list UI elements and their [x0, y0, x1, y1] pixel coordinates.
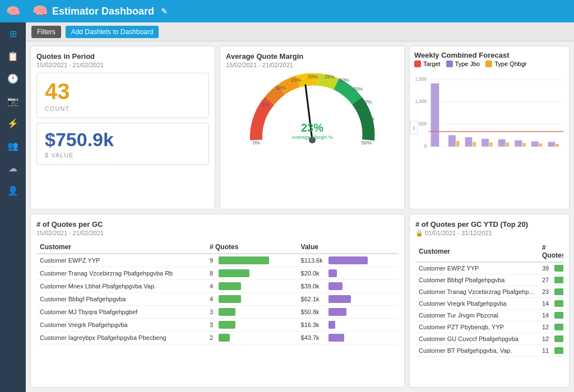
quotes-bar [219, 308, 235, 316]
gc-quotes-cell: 4 [206, 292, 298, 305]
sidebar-item-camera[interactable]: 📷 [0, 90, 26, 112]
gc-quotes-cell: 8 [206, 267, 298, 279]
svg-text:0%: 0% [253, 140, 260, 146]
quotes-ytd-scroll[interactable]: Customer # Quotes Customer EWPZ YYP 39 C… [415, 241, 563, 357]
svg-rect-38 [548, 142, 555, 146]
avg-margin-title: Average Quote Margin [226, 52, 399, 60]
ytd-quotes-cell: 11 [539, 344, 563, 356]
sidebar-item-clock[interactable]: 🕐 [0, 67, 26, 90]
sidebar: 🧠 ⊞ 📋 🕐 📷 ⚡ 👥 ☁ 👤 [0, 0, 26, 392]
gauge-svg: 0% 5% 10% 15% 20% 25% 30% 35% 40% 45% 50… [245, 73, 379, 151]
table-row: Customer Vregrk Pbafgehpgvba 14 [415, 297, 563, 309]
ytd-customer: Customer BT Pbafgehpgvba, Vap. [415, 344, 539, 356]
ytd-bar [554, 335, 563, 342]
ytd-quotes-number: 14 [542, 312, 552, 319]
gc-quotes-cell: 9 [206, 254, 298, 267]
quotes-bar [219, 321, 235, 329]
chart-scroll-left[interactable]: ‹ [410, 121, 418, 134]
svg-rect-28 [465, 137, 473, 147]
col-quotes: # Quotes [206, 241, 298, 254]
quotes-ytd-card: # of Quotes per GC YTD (Top 20) 🔒 01/01/… [409, 214, 570, 388]
svg-text:Average Margin %: Average Margin % [291, 134, 333, 140]
svg-text:35%: 35% [353, 86, 363, 92]
value-bar [328, 308, 346, 316]
quotes-bar [219, 334, 230, 342]
table-row: Customer Tur Jrvgm Pbzcnal 14 [415, 309, 563, 321]
svg-rect-37 [539, 143, 543, 147]
gc-value-cell: $16.3k [298, 318, 399, 331]
quotes-gc-card: # of Quotes per GC 15/02/2021 - 21/02/20… [30, 214, 405, 388]
quotes-number: 4 [210, 283, 216, 290]
ytd-quotes-cell: 14 [539, 309, 563, 321]
value-metric-box: $750.9k $ VALUE [36, 123, 209, 165]
ytd-bar [554, 277, 563, 283]
svg-text:500: 500 [419, 121, 427, 127]
svg-text:20%: 20% [308, 74, 318, 80]
gc-quotes-cell: 3 [206, 318, 298, 331]
table-row: Customer Iagreybpx Pbafgehpgvba Pbecbeng… [36, 331, 399, 344]
gc-customer: Customer EWPZ YYP [36, 254, 206, 267]
quotes-period-card: Quotes in Period 15/02/2021 - 21/02/2021… [30, 46, 215, 209]
sidebar-item-home[interactable]: ⊞ [0, 22, 26, 45]
value-text: $43.7k [301, 334, 326, 341]
sidebar-item-lightning[interactable]: ⚡ [0, 112, 26, 134]
filters-button[interactable]: Filters [31, 26, 61, 38]
ytd-quotes-cell: 23 [539, 286, 563, 297]
sidebar-logo[interactable]: 🧠 [0, 0, 26, 22]
ytd-customer: Customer Bbbgf Pbafgehpgvba [415, 274, 539, 286]
sidebar-item-document[interactable]: 📋 [0, 45, 26, 67]
ytd-bar [554, 288, 563, 295]
quotes-ytd-title: # of Quotes per GC YTD (Top 20) [415, 220, 563, 228]
app-logo-icon: 🧠 [33, 4, 48, 18]
count-metric-box: 43 COUNT [36, 73, 209, 118]
svg-rect-24 [431, 83, 439, 147]
table-row: Customer Bbbgf Pbafgehpgvba 27 [415, 274, 563, 286]
quotes-period-date: 15/02/2021 - 21/02/2021 [36, 62, 209, 68]
value-text: $62.1k [301, 296, 326, 302]
quotes-number: 3 [210, 309, 216, 315]
qhbgr-dot [485, 60, 492, 67]
svg-rect-33 [506, 142, 510, 146]
svg-text:30%: 30% [339, 77, 349, 83]
gc-customer: Customer Bbbgf Pbafgehpgvba [36, 292, 206, 305]
ytd-quotes-number: 39 [542, 265, 552, 272]
add-dashlets-button[interactable]: Add Dashlets to Dashboard [66, 26, 159, 38]
svg-rect-26 [448, 135, 456, 146]
ytd-quotes-number: 12 [542, 335, 552, 342]
quotes-gc-title: # of Quotes per GC [36, 220, 399, 228]
gc-value-cell: $113.6k [298, 254, 399, 267]
sidebar-item-person[interactable]: 👤 [0, 179, 26, 202]
gc-customer: Customer Vregrk Pbafgehpgvba [36, 318, 206, 331]
sidebar-item-cloud[interactable]: ☁ [0, 157, 26, 179]
dashboard: Quotes in Period 15/02/2021 - 21/02/2021… [26, 41, 574, 392]
ytd-bar [554, 312, 563, 319]
table-row: Customer BT Pbafgehpgvba, Vap. 11 [415, 344, 563, 356]
gc-value-cell: $62.1k [298, 292, 399, 305]
svg-text:23%: 23% [301, 122, 323, 134]
gc-quotes-cell: 4 [206, 279, 298, 292]
ytd-quotes-number: 23 [542, 288, 552, 295]
quotes-ytd-table: Customer # Quotes Customer EWPZ YYP 39 C… [415, 241, 563, 357]
ytd-quotes-number: 14 [542, 300, 552, 307]
value-text: $39.0k [301, 283, 326, 290]
legend-jbo: Type Jbo [446, 60, 480, 67]
gc-value-cell: $50.8k [298, 305, 399, 318]
sidebar-item-users[interactable]: 👥 [0, 134, 26, 157]
svg-rect-39 [556, 144, 559, 147]
table-row: Customer Tranag Vzcebirzrag Pbafgehpgvba… [415, 286, 563, 297]
count-label: COUNT [45, 105, 201, 112]
value-text: $113.6k [301, 257, 326, 264]
forecast-legend: Target Type Jbo Type Qhbgr [414, 60, 564, 67]
value-text: $16.3k [301, 321, 326, 328]
gc-quotes-cell: 2 [206, 331, 298, 344]
quotes-gc-scroll[interactable]: Customer # Quotes Value Customer EWPZ YY… [36, 241, 399, 344]
value-bar [328, 269, 337, 277]
gc-customer: Customer Mnex Lbhat Pbafgehpgvba Vap. [36, 279, 206, 292]
table-row: Customer MJ Tbyqra Pbafgehpgbef 3 $50.8k [36, 305, 399, 318]
quotes-bar [219, 282, 241, 290]
edit-icon[interactable]: ✎ [161, 7, 168, 16]
table-row: Customer PZT Pbybenqb, YYP 12 [415, 321, 563, 333]
jbo-label: Type Jbo [455, 60, 480, 67]
gc-value-cell: $20.0k [298, 267, 399, 279]
ytd-customer: Customer GU Cuvccf Pbafgehpgvba [415, 333, 539, 344]
